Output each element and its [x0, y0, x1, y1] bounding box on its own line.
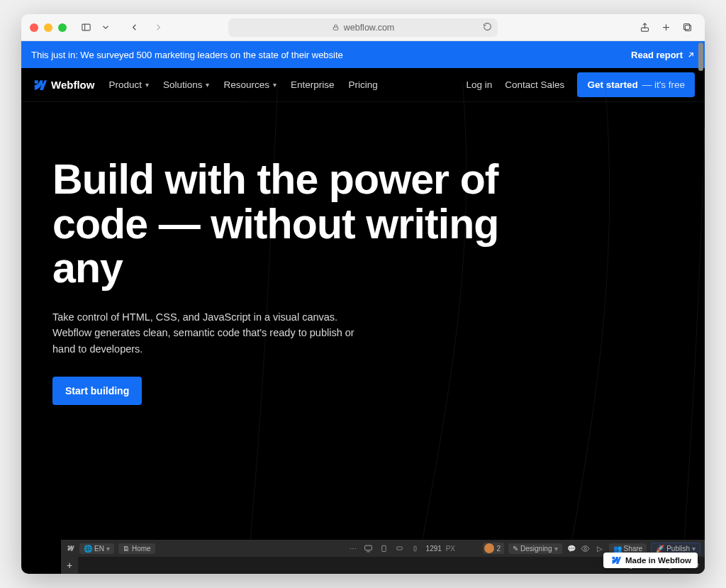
tab-overview-button[interactable] [678, 19, 696, 36]
webflow-logo-icon [610, 557, 621, 564]
announcement-link-label: Read report [631, 50, 683, 60]
contact-sales-link[interactable]: Contact Sales [505, 79, 564, 90]
scrollbar-thumb[interactable] [698, 43, 703, 71]
svg-rect-13 [414, 546, 416, 551]
get-started-button[interactable]: Get started — it's free [577, 72, 695, 97]
nav-item-label: Solutions [163, 79, 203, 90]
mobile-landscape-icon[interactable] [395, 543, 405, 553]
maximize-window-button[interactable] [58, 23, 67, 32]
people-icon: 👥 [613, 545, 622, 553]
site-nav: Webflow Product ▾ Solutions ▾ Resources … [21, 68, 705, 102]
page-viewport: This just in: We surveyed 500 marketing … [21, 41, 705, 574]
made-in-webflow-badge[interactable]: Made in Webflow [603, 553, 698, 568]
cta-label: Get started [587, 79, 637, 90]
browser-window: webflow.com This just in: [21, 14, 705, 574]
avatar-count: 2 [496, 545, 501, 553]
page-icon: 🗎 [123, 545, 130, 553]
badge-label: Made in Webflow [625, 556, 691, 565]
new-tab-button[interactable] [657, 19, 675, 36]
share-button[interactable] [635, 19, 654, 36]
nav-item-pricing[interactable]: Pricing [349, 79, 378, 90]
arrow-up-right-icon [687, 51, 695, 59]
brand-logo[interactable]: Webflow [31, 79, 94, 91]
hero-section: Build with the power of code — without w… [21, 102, 705, 405]
breakpoint-controls: ⋯ 1291 PX [348, 543, 455, 553]
scrollbar[interactable] [698, 41, 703, 574]
chevron-down-icon: ▾ [206, 81, 209, 89]
page-label: Home [132, 545, 151, 553]
login-link[interactable]: Log in [467, 79, 493, 90]
canvas-width-unit: PX [446, 545, 455, 553]
nav-item-resources[interactable]: Resources ▾ [223, 79, 277, 90]
login-label: Log in [467, 79, 493, 90]
share-label: Share [624, 545, 643, 553]
page-chip[interactable]: 🗎 Home [118, 543, 155, 554]
collaborators-chip[interactable]: 2 [483, 543, 504, 554]
cta-sublabel: — it's free [642, 79, 685, 90]
forward-button[interactable] [149, 19, 167, 36]
minimize-window-button[interactable] [44, 23, 52, 32]
tablet-icon[interactable] [379, 543, 389, 553]
address-bar-host: webflow.com [344, 23, 395, 33]
publish-label: Publish [666, 545, 690, 553]
nav-item-product[interactable]: Product ▾ [108, 79, 149, 90]
announcement-text: This just in: We surveyed 500 marketing … [31, 50, 343, 60]
svg-rect-0 [82, 24, 89, 30]
nav-item-enterprise[interactable]: Enterprise [291, 79, 335, 90]
pencil-icon: ✎ [513, 545, 518, 553]
announcement-bar: This just in: We surveyed 500 marketing … [21, 41, 705, 68]
webflow-glyph-icon[interactable] [65, 543, 75, 553]
nav-item-label: Product [108, 79, 142, 90]
ellipsis-icon[interactable]: ⋯ [348, 543, 358, 553]
browser-toolbar: webflow.com [21, 14, 705, 41]
reload-button[interactable] [483, 22, 492, 33]
address-bar[interactable]: webflow.com [228, 18, 498, 37]
start-building-label: Start building [65, 385, 129, 396]
rocket-icon: 🚀 [656, 545, 664, 553]
svg-rect-2 [333, 27, 337, 30]
comment-icon[interactable]: 💬 [566, 543, 576, 553]
nav-item-solutions[interactable]: Solutions ▾ [163, 79, 210, 90]
canvas-width-value: 1291 [426, 545, 442, 553]
locale-chip[interactable]: 🌐 EN ▾ [79, 543, 114, 554]
play-icon[interactable]: ▷ [595, 543, 605, 553]
add-element-button[interactable]: + [61, 557, 78, 574]
sidebar-toggle-button[interactable] [77, 19, 95, 36]
window-controls [30, 23, 67, 32]
mobile-icon[interactable] [411, 543, 420, 553]
close-window-button[interactable] [30, 23, 38, 32]
nav-item-label: Pricing [349, 79, 378, 90]
announcement-link[interactable]: Read report [631, 50, 695, 60]
back-button[interactable] [125, 19, 143, 36]
nav-item-label: Resources [223, 79, 269, 90]
svg-rect-9 [365, 545, 372, 550]
svg-rect-6 [685, 25, 691, 30]
start-building-button[interactable]: Start building [52, 377, 142, 405]
canvas-width[interactable]: 1291 PX [426, 545, 455, 553]
brand-name: Webflow [51, 79, 94, 91]
locale-label: EN [94, 545, 104, 553]
mode-chip[interactable]: ✎ Designing ▾ [508, 543, 562, 554]
chevron-down-icon: ▾ [145, 81, 149, 89]
svg-point-14 [584, 547, 586, 549]
preview-eye-icon[interactable] [581, 543, 591, 553]
hero-heading: Build with the power of code — without w… [52, 157, 513, 291]
globe-icon: 🌐 [84, 545, 92, 553]
svg-rect-12 [397, 547, 403, 550]
desktop-icon[interactable] [364, 543, 374, 553]
mode-label: Designing [520, 545, 552, 553]
lock-icon [332, 23, 340, 31]
contact-sales-label: Contact Sales [505, 79, 564, 90]
webflow-logo-icon [31, 80, 47, 90]
avatar-icon [484, 543, 494, 553]
toolbar-menu-chevron-icon[interactable] [101, 19, 111, 36]
svg-rect-11 [382, 545, 386, 551]
nav-item-label: Enterprise [291, 79, 335, 90]
svg-line-8 [689, 52, 693, 57]
chevron-down-icon: ▾ [273, 81, 277, 89]
hero-subtext: Take control of HTML, CSS, and JavaScrip… [52, 309, 379, 357]
svg-rect-7 [683, 24, 689, 30]
